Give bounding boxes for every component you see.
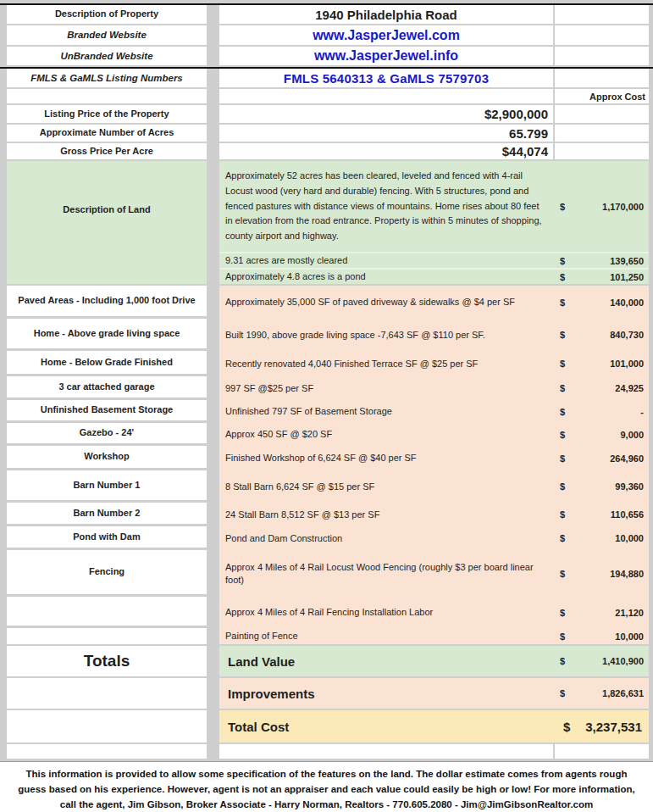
- listing-price-value: $2,900,000: [219, 105, 553, 123]
- row-label: Home - Below Grade Finished: [7, 351, 207, 376]
- gray-edge: [649, 646, 653, 676]
- row-description: Approx 4 Miles of 4 Rail Fencing Install…: [219, 597, 553, 628]
- empty-content-cell: [219, 744, 553, 759]
- header-row-mls: FMLS & GaMLS Listing Numbers FMLS 564031…: [0, 67, 653, 87]
- gray-separator: [207, 550, 219, 597]
- improvements-total-cost: $ 1,826,631: [553, 678, 649, 709]
- empty-cost-cell: [553, 143, 649, 159]
- gray-edge: [649, 400, 653, 423]
- gray-separator: [207, 105, 219, 123]
- row-description: Approx 4 Miles of 4 Rail Locust Wood Fen…: [219, 550, 553, 597]
- land-value-label: Land Value: [219, 646, 553, 676]
- dollar-sign: $: [560, 330, 565, 340]
- cost-value: 140,000: [610, 298, 644, 308]
- row-description: Unfinished 797 SF of Basement Storage: [219, 400, 553, 423]
- header-row-branded: Branded Website www.JasperJewel.com: [0, 25, 653, 45]
- gray-margin: [0, 105, 7, 123]
- gray-margin: [0, 89, 7, 103]
- land-value-total-row: Totals Land Value $ 1,410,900: [0, 646, 653, 676]
- land-section: Description of Land Approximately 52 acr…: [0, 161, 653, 284]
- row-cost: $ -: [553, 400, 649, 423]
- dollar-sign: $: [560, 608, 565, 618]
- property-label: Description of Property: [7, 5, 207, 24]
- pond-acres-row: Approximately 4.8 acres is a pond $ 101,…: [219, 268, 649, 284]
- row-cost: $ 194,880: [553, 550, 649, 597]
- gray-margin: [0, 628, 7, 644]
- listing-price-label: Listing Price of the Property: [7, 105, 207, 123]
- gray-edge: [649, 744, 653, 759]
- cost-value: 21,120: [615, 608, 644, 618]
- row-label: Paved Areas - Including 1,000 foot Drive: [7, 286, 207, 319]
- land-section-label: Description of Land: [7, 161, 207, 284]
- gray-margin: [0, 351, 7, 376]
- gray-separator: [207, 25, 219, 45]
- empty-label-cell: [7, 89, 207, 103]
- branded-website-link[interactable]: www.JasperJewel.com: [219, 25, 553, 45]
- cost-value: 1,826,631: [602, 688, 644, 698]
- gray-edge: [649, 423, 653, 446]
- approx-cost-header: Approx Cost: [553, 89, 649, 103]
- gray-margin: [0, 646, 7, 676]
- gray-separator: [207, 470, 219, 503]
- price-per-acre-row: Gross Price Per Acre $44,074: [0, 143, 653, 159]
- gray-margin: [0, 597, 7, 628]
- price-per-acre-value: $44,074: [219, 143, 553, 159]
- gray-margin: [0, 503, 7, 526]
- gray-edge: [649, 351, 653, 376]
- row-cost: $ 21,120: [553, 597, 649, 628]
- row-label: Barn Number 2: [7, 503, 207, 526]
- row-cost: $ 101,000: [553, 351, 649, 376]
- empty-cost-cell: [553, 69, 649, 87]
- cost-value: 840,730: [610, 330, 644, 340]
- gray-separator: [207, 89, 219, 103]
- empty-spacer-row: [0, 744, 653, 759]
- row-description: 997 SF @$25 per SF: [219, 376, 553, 400]
- row-description: Pond and Dam Construction: [219, 526, 553, 550]
- gray-edge: [649, 678, 653, 709]
- gray-margin: [0, 125, 7, 142]
- gray-margin: [0, 5, 7, 24]
- gray-separator: [207, 319, 219, 351]
- improvement-row-fence-paint: Painting of Fence $ 10,000: [0, 628, 653, 644]
- cost-value: 24,925: [615, 383, 644, 393]
- row-label: Home - Above grade living space: [7, 319, 207, 351]
- gray-edge: [649, 143, 653, 159]
- improvement-row-barn2: Barn Number 2 24 Stall Barn 8,512 SF @ $…: [0, 503, 653, 526]
- cost-value: 101,000: [610, 359, 644, 369]
- row-label: Unfinished Basement Storage: [7, 400, 207, 423]
- row-label: [7, 628, 207, 644]
- empty-label-cell: [7, 678, 207, 709]
- gray-separator: [207, 69, 219, 87]
- mls-numbers-label: FMLS & GaMLS Listing Numbers: [7, 69, 207, 87]
- acres-value: 65.799: [219, 125, 553, 142]
- improvement-row-fence-labor: Approx 4 Miles of 4 Rail Fencing Install…: [0, 597, 653, 628]
- dollar-sign: $: [560, 272, 565, 282]
- improvement-row-gazebo: Gazebo - 24' Approx 450 SF @ $20 SF $ 9,…: [0, 423, 653, 446]
- empty-label-cell: [7, 710, 207, 742]
- cost-value: 1,410,900: [602, 656, 644, 666]
- cost-value: 1,170,000: [602, 202, 644, 212]
- total-cost-label: Total Cost: [219, 710, 553, 742]
- improvement-row-pond-dam: Pond with Dam Pond and Dam Construction …: [0, 526, 653, 550]
- improvement-row-fencing: Fencing Approx 4 Miles of 4 Rail Locust …: [0, 550, 653, 597]
- cleared-acres-cost: $ 139,650: [553, 253, 649, 268]
- gray-edge: [649, 470, 653, 503]
- cost-value: 9,000: [620, 430, 644, 440]
- row-description: Recently renovated 4,040 Finished Terrac…: [219, 351, 553, 376]
- gray-edge: [649, 628, 653, 644]
- row-description: Finished Workshop of 6,624 SF @ $40 per …: [219, 446, 553, 470]
- gray-separator: [207, 400, 219, 423]
- dollar-sign: $: [560, 202, 565, 212]
- improvement-row-home-above: Home - Above grade living space Built 19…: [0, 319, 653, 351]
- cost-value: 139,650: [610, 256, 644, 266]
- gray-separator: [207, 161, 219, 284]
- gray-edge: [649, 161, 653, 284]
- dollar-sign: $: [560, 383, 565, 393]
- unbranded-website-link[interactable]: www.JasperJewel.info: [219, 47, 553, 65]
- totals-label: Totals: [7, 646, 207, 676]
- gray-margin: [0, 744, 7, 759]
- pond-acres-cost: $ 101,250: [553, 270, 649, 284]
- gray-separator: [207, 125, 219, 142]
- gray-edge: [649, 503, 653, 526]
- cost-value: 101,250: [610, 272, 644, 282]
